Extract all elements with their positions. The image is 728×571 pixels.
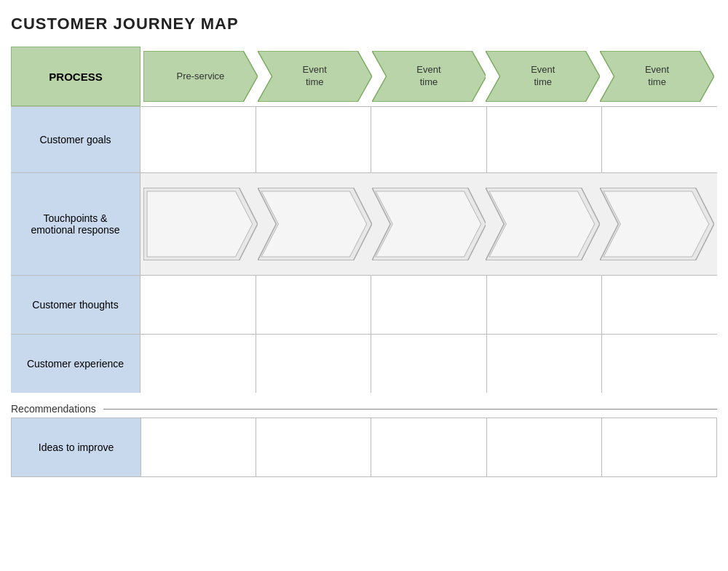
thoughts-cell-2[interactable] bbox=[256, 276, 371, 334]
touchpoints-label: Touchpoints &emotional response bbox=[11, 173, 141, 275]
chevrons-area: Pre-service Eventtime Eventtime bbox=[141, 47, 717, 106]
svg-marker-2 bbox=[372, 51, 486, 102]
thoughts-cell-5[interactable] bbox=[601, 276, 717, 334]
stage-5-chevron: Eventtime bbox=[600, 51, 714, 102]
svg-marker-1 bbox=[258, 51, 372, 102]
ideas-row: Ideas to improve bbox=[11, 418, 717, 477]
goals-cell-1[interactable] bbox=[141, 107, 256, 172]
ideas-cell-2[interactable] bbox=[256, 418, 371, 476]
tp-chevron-4 bbox=[486, 188, 600, 260]
process-label: PROCESS bbox=[11, 47, 141, 106]
ideas-cell-1[interactable] bbox=[141, 418, 256, 476]
touchpoints-row: Touchpoints &emotional response bbox=[11, 172, 717, 275]
recommendations-row: Recommendations bbox=[11, 396, 717, 418]
customer-thoughts-label: Customer thoughts bbox=[11, 276, 141, 334]
stage-3-chevron: Eventtime bbox=[372, 51, 486, 102]
process-row: PROCESS Pre-service Eventtime bbox=[11, 47, 717, 106]
page-title: CUSTOMER JOURNEY MAP bbox=[11, 15, 717, 33]
experience-cell-2[interactable] bbox=[256, 335, 371, 393]
svg-marker-6 bbox=[147, 191, 253, 257]
recommendations-line bbox=[103, 409, 717, 410]
customer-experience-row: Customer experience bbox=[11, 334, 717, 393]
customer-experience-cells bbox=[141, 335, 717, 393]
goals-cell-2[interactable] bbox=[256, 107, 371, 172]
stage-2-chevron: Eventtime bbox=[258, 51, 372, 102]
customer-goals-row: Customer goals bbox=[11, 106, 717, 172]
customer-thoughts-cells bbox=[141, 276, 717, 334]
recommendations-label: Recommendations bbox=[11, 403, 96, 415]
ideas-cell-3[interactable] bbox=[371, 418, 486, 476]
goals-cell-4[interactable] bbox=[486, 107, 602, 172]
svg-marker-0 bbox=[143, 51, 258, 102]
tp-chevron-1 bbox=[143, 188, 258, 260]
tp-chevron-3 bbox=[372, 188, 486, 260]
ideas-cell-4[interactable] bbox=[486, 418, 601, 476]
stage-4-chevron: Eventtime bbox=[486, 51, 600, 102]
experience-cell-3[interactable] bbox=[371, 335, 486, 393]
stage-1-chevron: Pre-service bbox=[143, 51, 258, 102]
goals-cell-5[interactable] bbox=[601, 107, 717, 172]
svg-marker-3 bbox=[486, 51, 600, 102]
thoughts-cell-3[interactable] bbox=[371, 276, 486, 334]
experience-cell-5[interactable] bbox=[601, 335, 717, 393]
goals-cell-3[interactable] bbox=[371, 107, 486, 172]
ideas-cell-5[interactable] bbox=[601, 418, 716, 476]
experience-cell-1[interactable] bbox=[141, 335, 256, 393]
customer-goals-cells bbox=[141, 107, 717, 172]
tp-chevron-2 bbox=[258, 188, 372, 260]
touchpoints-cells bbox=[141, 173, 717, 275]
ideas-label: Ideas to improve bbox=[12, 418, 141, 476]
thoughts-cell-1[interactable] bbox=[141, 276, 256, 334]
tp-chevron-5 bbox=[600, 188, 714, 260]
experience-cell-4[interactable] bbox=[486, 335, 602, 393]
ideas-cells bbox=[141, 418, 716, 476]
customer-thoughts-row: Customer thoughts bbox=[11, 275, 717, 334]
thoughts-cell-4[interactable] bbox=[486, 276, 602, 334]
svg-marker-4 bbox=[600, 51, 714, 102]
journey-map: CUSTOMER JOURNEY MAP PROCESS Pre-service… bbox=[11, 15, 717, 477]
customer-experience-label: Customer experience bbox=[11, 335, 141, 393]
customer-goals-label: Customer goals bbox=[11, 107, 141, 172]
